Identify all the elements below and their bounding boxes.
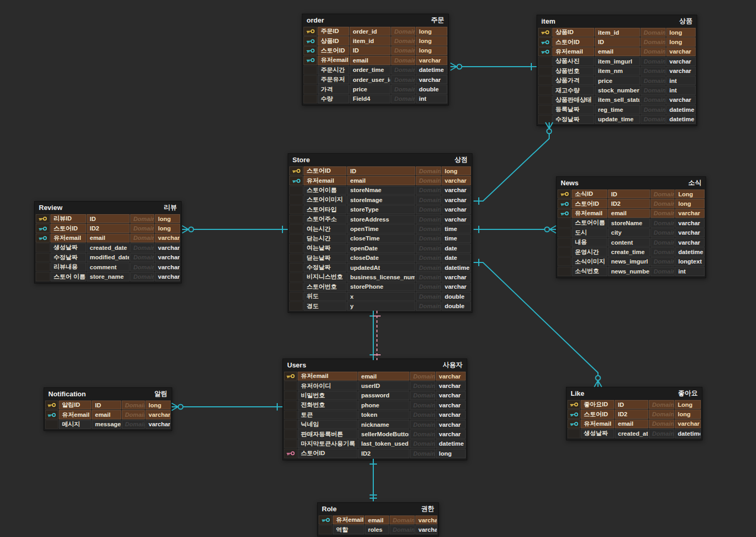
table-header[interactable]: Like좋아요 xyxy=(568,387,701,399)
column-physical-name[interactable]: ID2 xyxy=(87,224,130,233)
column-domain[interactable]: Domain xyxy=(416,186,441,195)
table-row[interactable]: 수량Field4Domainint xyxy=(303,94,447,103)
column-type[interactable]: varchar xyxy=(442,205,471,214)
table-header[interactable]: order주문 xyxy=(303,14,447,26)
column-type[interactable]: long xyxy=(442,166,471,175)
column-domain[interactable]: Domain xyxy=(410,410,435,419)
table-row[interactable]: 상품판매상태item_sell_statusDomainvarchar xyxy=(538,96,696,104)
column-domain[interactable]: Domain xyxy=(640,105,666,114)
column-physical-name[interactable]: content xyxy=(608,238,650,247)
table-row[interactable]: 여는날짜openDateDomaindate xyxy=(289,244,471,252)
column-physical-name[interactable]: ID xyxy=(615,400,648,409)
column-physical-name[interactable]: token xyxy=(358,410,410,419)
column-logical-name[interactable]: 수정날짜 xyxy=(50,253,86,262)
column-physical-name[interactable]: openDate xyxy=(347,244,415,252)
column-physical-name[interactable]: x xyxy=(347,292,415,301)
column-logical-name[interactable]: 유저email xyxy=(581,419,614,428)
column-physical-name[interactable]: email xyxy=(615,419,648,428)
column-domain[interactable]: Domain xyxy=(416,234,441,243)
column-physical-name[interactable]: ID xyxy=(92,401,121,409)
column-logical-name[interactable]: 스토어ID xyxy=(318,46,349,55)
column-physical-name[interactable]: comment xyxy=(87,262,130,271)
column-physical-name[interactable]: create_time xyxy=(608,247,650,256)
table-row[interactable]: 수정날짜updatedAtDomaindatetime xyxy=(289,263,471,272)
table-row[interactable]: 유저아이디userIDDomainvarchar xyxy=(284,381,466,390)
column-logical-name[interactable]: 유저email xyxy=(572,209,607,218)
column-domain[interactable]: Domain xyxy=(650,238,675,247)
column-logical-name[interactable]: 유저email xyxy=(333,515,364,524)
column-logical-name[interactable]: 주문유저 xyxy=(318,75,349,84)
column-physical-name[interactable]: email xyxy=(358,372,410,381)
table-order[interactable]: order주문주문IDorder_idDomainlong상품IDitem_id… xyxy=(302,14,449,106)
column-domain[interactable]: Domain xyxy=(416,215,441,224)
column-type[interactable]: double xyxy=(416,85,447,93)
column-domain[interactable]: Domain xyxy=(650,257,675,266)
column-type[interactable]: long xyxy=(145,401,171,409)
column-physical-name[interactable]: storeName xyxy=(608,218,650,227)
column-logical-name[interactable]: 상품ID xyxy=(318,36,349,45)
column-domain[interactable]: Domain xyxy=(410,401,435,409)
column-domain[interactable]: Domain xyxy=(640,115,666,124)
column-logical-name[interactable]: 좋아요ID xyxy=(581,400,614,409)
table-Like[interactable]: Like좋아요좋아요IDIDDomainLong스토어IDID2Domainlo… xyxy=(566,387,702,440)
table-row[interactable]: 생성날짜created_dateDomainvarchar xyxy=(36,243,180,252)
table-row[interactable]: 알림IDIDDomainlong xyxy=(45,401,171,409)
column-type[interactable]: varchar xyxy=(416,56,447,65)
column-logical-name[interactable]: 마지막토큰사용기록 xyxy=(298,439,358,448)
table-row[interactable]: 등록날짜reg_timeDomaindatetime xyxy=(538,105,696,114)
table-row[interactable]: 역할rolesDomainvarchar xyxy=(319,525,437,534)
column-physical-name[interactable]: email xyxy=(595,47,640,56)
column-domain[interactable]: Domain xyxy=(640,76,666,85)
column-physical-name[interactable]: ID2 xyxy=(358,449,410,458)
column-domain[interactable]: Domain xyxy=(391,36,415,45)
column-logical-name[interactable]: 닫는시간 xyxy=(303,234,346,243)
column-type[interactable]: varchar xyxy=(442,215,471,224)
table-row[interactable]: 리뷰IDIDDomainlong xyxy=(36,214,180,223)
column-logical-name[interactable]: 운영시간 xyxy=(572,247,607,256)
column-logical-name[interactable]: 유저email xyxy=(298,372,358,381)
column-type[interactable]: varchar xyxy=(416,75,447,84)
column-type[interactable]: varchar xyxy=(442,176,471,185)
column-logical-name[interactable]: 위도 xyxy=(303,292,346,301)
table-row[interactable]: 메시지messageDomainvarchar xyxy=(45,420,171,429)
column-type[interactable]: varchar xyxy=(436,429,466,438)
column-physical-name[interactable]: storePhone xyxy=(347,282,415,291)
column-domain[interactable]: Domain xyxy=(410,381,435,390)
column-type[interactable]: varchar xyxy=(675,228,705,237)
column-physical-name[interactable]: item_id xyxy=(350,36,391,45)
column-domain[interactable]: Domain xyxy=(640,57,666,66)
table-row[interactable]: 주문시간order_timeDomaindatetime xyxy=(303,66,447,75)
column-domain[interactable]: Domain xyxy=(410,372,435,381)
table-row[interactable]: 유저emailemailDomainvarchar xyxy=(538,47,696,56)
column-logical-name[interactable]: 도시 xyxy=(572,228,607,237)
column-domain[interactable]: Domain xyxy=(416,282,441,291)
column-domain[interactable]: Domain xyxy=(391,27,415,36)
table-header[interactable]: Store상점 xyxy=(289,154,471,166)
column-type[interactable]: datetime xyxy=(666,105,696,114)
table-row[interactable]: 스토어IDIDDomainlong xyxy=(538,37,696,46)
table-News[interactable]: News소식소식IDIDDomainLong스토어IDID2Domainlong… xyxy=(556,176,706,278)
column-type[interactable]: varchar xyxy=(155,253,180,262)
column-type[interactable]: varchar xyxy=(442,195,471,204)
column-logical-name[interactable]: 스토어번호 xyxy=(303,282,346,291)
column-logical-name[interactable]: 가격 xyxy=(318,85,349,93)
column-domain[interactable]: Domain xyxy=(410,449,435,458)
table-row[interactable]: 스토어IDID2Domainlong xyxy=(558,199,705,208)
table-Users[interactable]: Users사용자유저emailemailDomainvarchar유저아이디us… xyxy=(282,359,467,460)
column-type[interactable]: varchar xyxy=(442,272,471,281)
column-logical-name[interactable]: 여는날짜 xyxy=(303,244,346,252)
table-row[interactable]: 스토어이름storeNmaeDomainvarchar xyxy=(289,186,471,195)
column-type[interactable]: Long xyxy=(675,400,701,409)
column-type[interactable]: varchar xyxy=(666,47,696,56)
column-type[interactable]: time xyxy=(442,234,471,243)
column-domain[interactable]: Domain xyxy=(640,37,666,46)
column-physical-name[interactable]: news_imgurl xyxy=(608,257,650,266)
table-row[interactable]: 마지막토큰사용기록last_token_usedDomaindatetime xyxy=(284,439,466,448)
column-domain[interactable]: Domain xyxy=(410,391,435,400)
column-physical-name[interactable]: closeTime xyxy=(347,234,415,243)
column-logical-name[interactable]: 생성날짜 xyxy=(50,243,86,252)
column-logical-name[interactable]: 비지니스번호 xyxy=(303,272,346,281)
column-type[interactable]: varchar xyxy=(155,243,180,252)
column-type[interactable]: varchar xyxy=(436,391,466,400)
column-physical-name[interactable]: email xyxy=(87,234,130,243)
